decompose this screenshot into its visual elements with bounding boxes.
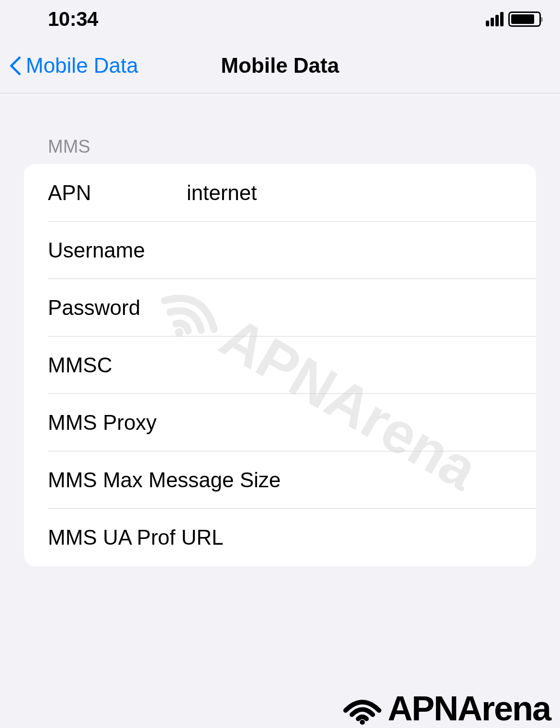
mmsc-input[interactable]	[187, 353, 536, 377]
svg-point-1	[360, 720, 365, 725]
mms-proxy-input[interactable]	[259, 411, 536, 435]
chevron-left-icon	[10, 56, 21, 75]
mms-settings-group: APN Username Password MMSC MMS Proxy MMS…	[24, 164, 536, 566]
section-header-mms: MMS	[0, 93, 560, 164]
back-button[interactable]: Mobile Data	[0, 54, 138, 78]
battery-icon	[508, 11, 541, 27]
footer-brand: APNArena	[341, 689, 550, 728]
mms-proxy-label: MMS Proxy	[48, 411, 259, 435]
mmsc-label: MMSC	[48, 353, 187, 377]
cellular-signal-icon	[486, 12, 504, 26]
back-label: Mobile Data	[26, 54, 138, 78]
username-input[interactable]	[187, 238, 536, 262]
brand-name: APNArena	[388, 689, 550, 728]
mms-max-size-label: MMS Max Message Size	[48, 468, 536, 492]
mms-proxy-row[interactable]: MMS Proxy	[24, 394, 536, 451]
password-label: Password	[48, 296, 187, 320]
navigation-bar: Mobile Data Mobile Data	[0, 38, 560, 93]
apn-row[interactable]: APN	[24, 164, 536, 222]
page-title: Mobile Data	[221, 54, 339, 78]
password-input[interactable]	[187, 296, 536, 320]
username-row[interactable]: Username	[24, 222, 536, 279]
wifi-icon	[341, 692, 384, 725]
mmsc-row[interactable]: MMSC	[24, 336, 536, 394]
status-bar: 10:34	[0, 0, 560, 38]
password-row[interactable]: Password	[24, 279, 536, 336]
mms-ua-prof-label: MMS UA Prof URL	[48, 526, 536, 549]
apn-label: APN	[48, 181, 187, 205]
mms-max-size-row[interactable]: MMS Max Message Size	[24, 451, 536, 509]
apn-input[interactable]	[187, 181, 536, 205]
status-time: 10:34	[48, 8, 98, 31]
status-indicators	[486, 11, 541, 27]
mms-ua-prof-row[interactable]: MMS UA Prof URL	[24, 509, 536, 566]
username-label: Username	[48, 238, 187, 262]
